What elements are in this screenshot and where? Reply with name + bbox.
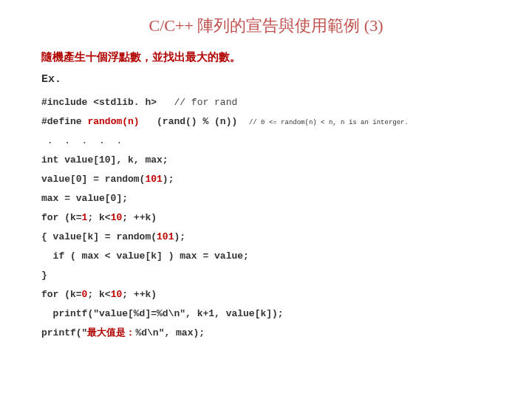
code-number: 10: [111, 212, 123, 223]
code-line: { value[k] = random(: [41, 231, 157, 242]
code-line: ; k<: [87, 212, 110, 223]
code-number: 101: [157, 231, 174, 242]
slide-title: C/C++ 陣列的宣告與使用範例 (3): [41, 15, 491, 37]
code-line: %d\n", max);: [135, 327, 205, 338]
code-line: value[0] = random(: [41, 174, 145, 185]
code-line: (rand() % (n)): [157, 116, 237, 127]
code-line: for (k=: [41, 289, 82, 300]
slide-subtitle: 隨機產生十個浮點數，並找出最大的數。: [41, 50, 491, 64]
code-line: for (k=: [41, 212, 82, 223]
code-number: 10: [111, 289, 123, 300]
code-line: if ( max < value[k] ) max = value;: [41, 250, 249, 262]
code-line: ; ++k): [122, 289, 157, 300]
code-macro: random(n): [87, 116, 139, 127]
code-line: . . . . .: [41, 135, 122, 146]
code-block: #include <stdlib. h> // for rand #define…: [41, 93, 491, 343]
code-number: 101: [145, 174, 162, 185]
code-comment: // for rand: [174, 97, 237, 108]
code-line: }: [41, 270, 47, 281]
slide-content: C/C++ 陣列的宣告與使用範例 (3) 隨機產生十個浮點數，並找出最大的數。 …: [0, 0, 532, 358]
code-line: #define: [41, 116, 82, 127]
code-line: int value[10], k, max;: [41, 154, 168, 166]
code-line: ; ++k): [122, 212, 157, 223]
code-line: max = value[0];: [41, 193, 128, 204]
code-line: );: [163, 174, 174, 185]
code-line: );: [174, 231, 185, 242]
code-cjk: 最大值是：: [87, 327, 135, 338]
code-line: ; k<: [87, 289, 110, 300]
code-comment-small: // 0 <= random(n) < n, n is an interger.: [249, 119, 409, 126]
example-label: Ex.: [41, 73, 491, 86]
code-line: #include <stdlib. h>: [41, 97, 157, 108]
code-line: printf("value[%d]=%d\n", k+1, value[k]);: [41, 308, 284, 319]
code-line: printf(": [41, 327, 87, 338]
